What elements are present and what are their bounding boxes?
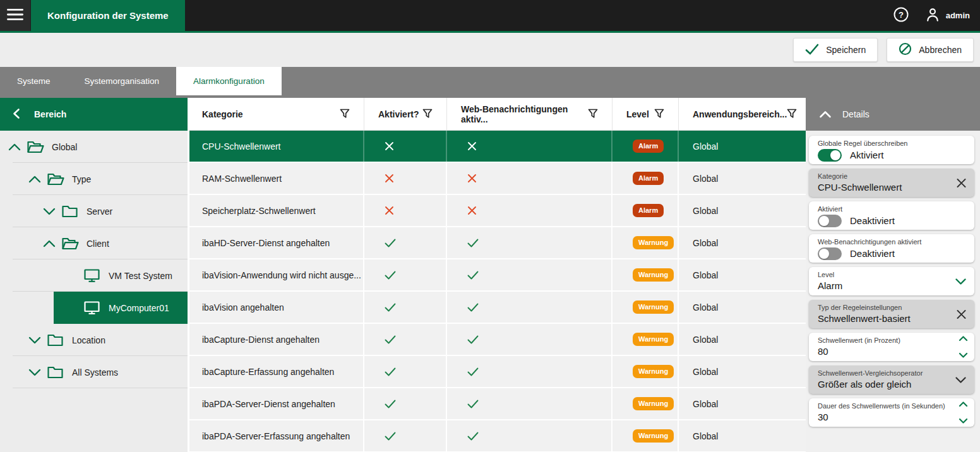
cross-icon bbox=[467, 206, 477, 215]
tab-bar: SystemeSystemorganisationAlarmkonfigurat… bbox=[0, 67, 980, 98]
cell-kategorie: RAM-Schwellenwert bbox=[189, 163, 364, 194]
menu-button[interactable] bbox=[0, 0, 30, 31]
toggle-off[interactable] bbox=[818, 215, 842, 227]
chevron-down-icon[interactable] bbox=[959, 418, 968, 424]
table-row[interactable]: ibaVision-Anwendung wird nicht ausge...W… bbox=[189, 259, 806, 290]
cell-kategorie: Speicherplatz-Schwellenwert bbox=[189, 195, 364, 226]
bereich-value: Global bbox=[693, 302, 718, 312]
status-badge: Warnung bbox=[633, 397, 674, 410]
column-label: Anwendungsbereich... bbox=[693, 109, 787, 119]
toggle-on[interactable] bbox=[818, 149, 842, 162]
card-label: Kategorie bbox=[818, 172, 953, 181]
cell-web-benachrichtigungen bbox=[447, 259, 612, 290]
user-menu[interactable]: admin bbox=[924, 6, 970, 25]
cell-level: Alarm bbox=[612, 163, 679, 194]
chevron-up-icon[interactable] bbox=[819, 110, 832, 119]
cell-aktiviert bbox=[364, 163, 447, 194]
card-aktiviert: AktiviertDeaktiviert bbox=[809, 201, 974, 230]
tree-item-all-systems[interactable]: All Systems bbox=[0, 356, 188, 388]
table-row[interactable]: Speicherplatz-SchwellenwertAlarmGlobal bbox=[189, 195, 806, 226]
table-row[interactable]: RAM-SchwellenwertAlarmGlobal bbox=[189, 163, 806, 194]
filter-icon[interactable] bbox=[787, 109, 797, 119]
filter-icon[interactable] bbox=[340, 109, 350, 119]
chevron-up-icon[interactable] bbox=[959, 335, 968, 342]
tree-item-mycomputer01[interactable]: MyComputer01 bbox=[0, 292, 188, 324]
cell-aktiviert bbox=[364, 292, 447, 323]
cell-level: Warnung bbox=[612, 356, 679, 387]
chevron-up-icon[interactable] bbox=[8, 143, 27, 152]
tree-item-type[interactable]: Type bbox=[0, 163, 188, 195]
chevron-up-icon[interactable] bbox=[28, 175, 47, 184]
tab-alarmkonfiguration[interactable]: Alarmkonfiguration bbox=[176, 67, 282, 95]
user-icon bbox=[924, 6, 941, 25]
kategorie-value: ibaCapture-Dienst angehalten bbox=[202, 335, 320, 345]
kategorie-value: ibaCapture-Erfassung angehalten bbox=[202, 367, 334, 377]
cell-aktiviert bbox=[364, 131, 447, 162]
chevron-down-icon[interactable] bbox=[42, 207, 61, 216]
tab-systeme[interactable]: Systeme bbox=[0, 67, 68, 95]
table-row[interactable]: ibaCapture-Dienst angehaltenWarnungGloba… bbox=[189, 324, 806, 355]
card-level[interactable]: LevelAlarm bbox=[809, 267, 974, 295]
chevron-up-icon[interactable] bbox=[959, 401, 968, 407]
table-row[interactable]: ibaCapture-Erfassung angehaltenWarnungGl… bbox=[189, 356, 806, 387]
hamburger-icon bbox=[7, 8, 23, 23]
save-button[interactable]: Speichern bbox=[793, 38, 878, 62]
chevron-down-icon[interactable] bbox=[955, 278, 967, 285]
close-icon[interactable] bbox=[956, 309, 967, 319]
filter-icon[interactable] bbox=[654, 109, 664, 119]
cell-web-benachrichtigungen bbox=[447, 163, 612, 194]
filter-icon[interactable] bbox=[588, 109, 598, 119]
status-badge: Warnung bbox=[633, 333, 674, 346]
kategorie-value: RAM-Schwellenwert bbox=[202, 174, 282, 184]
cell-anwendungsbereich: Global bbox=[679, 356, 806, 387]
table-row[interactable]: ibaHD-Server-Dienst angehaltenWarnungGlo… bbox=[189, 227, 806, 258]
table-row[interactable]: ibaVision angehaltenWarnungGlobal bbox=[189, 292, 806, 323]
table-row[interactable]: ibaPDA-Server-Dienst angehaltenWarnungGl… bbox=[189, 388, 806, 419]
toggle-off[interactable] bbox=[818, 247, 842, 260]
chevron-down-icon[interactable] bbox=[955, 376, 967, 384]
cancel-button[interactable]: Abbrechen bbox=[887, 38, 974, 62]
chevron-left-icon[interactable] bbox=[11, 108, 23, 121]
tree-item-global[interactable]: Global bbox=[0, 131, 188, 163]
sidebar-title: Bereich bbox=[34, 109, 66, 119]
cell-anwendungsbereich: Global bbox=[679, 131, 806, 162]
tree-item-client[interactable]: Client bbox=[0, 227, 188, 259]
check-icon bbox=[385, 400, 396, 408]
bereich-value: Global bbox=[693, 431, 718, 441]
chevron-down-icon[interactable] bbox=[28, 368, 47, 377]
table-row[interactable]: CPU-SchwellenwertAlarmGlobal bbox=[189, 131, 806, 162]
check-icon bbox=[467, 400, 479, 408]
tree-item-label: Server bbox=[87, 206, 112, 217]
card-label: Schwellenwert (in Prozent) bbox=[818, 336, 953, 345]
tree-item-vm-test-system[interactable]: VM Test System bbox=[0, 259, 188, 292]
cell-web-benachrichtigungen bbox=[447, 227, 612, 258]
app-title-tab[interactable]: Konfiguration der Systeme bbox=[31, 0, 185, 31]
folder-open-icon bbox=[47, 172, 72, 186]
check-icon bbox=[385, 367, 396, 376]
kategorie-value: Speicherplatz-Schwellenwert bbox=[202, 206, 316, 216]
folder-open-icon bbox=[27, 140, 52, 154]
card-globale-regel-berschreiben: Globale Regel überschreibenAktiviert bbox=[809, 136, 974, 164]
kategorie-value: ibaVision angehalten bbox=[202, 302, 284, 312]
table-row[interactable]: ibaPDA-Server-Erfassung angehaltenWarnun… bbox=[189, 420, 806, 451]
close-icon[interactable] bbox=[956, 177, 967, 188]
cell-kategorie: ibaPDA-Server-Dienst angehalten bbox=[189, 388, 364, 419]
filter-icon[interactable] bbox=[422, 109, 433, 119]
cell-web-benachrichtigungen bbox=[447, 195, 612, 226]
chevron-up-icon[interactable] bbox=[42, 239, 61, 248]
chevron-down-icon[interactable] bbox=[28, 336, 47, 345]
cell-anwendungsbereich: Global bbox=[679, 292, 806, 323]
tab-systemorganisation[interactable]: Systemorganisation bbox=[68, 67, 177, 95]
help-icon: ? bbox=[893, 6, 909, 25]
help-button[interactable]: ? bbox=[893, 6, 909, 25]
cell-kategorie: CPU-Schwellenwert bbox=[189, 131, 364, 162]
tree-item-label: Client bbox=[87, 239, 109, 249]
details-title: Details bbox=[842, 109, 869, 119]
content: Bereich GlobalTypeServerClientVM Test Sy… bbox=[0, 98, 980, 452]
chevron-down-icon[interactable] bbox=[959, 352, 968, 359]
card-label: Globale Regel überschreiben bbox=[818, 140, 953, 148]
tree-item-server[interactable]: Server bbox=[0, 195, 188, 227]
details-header: Details bbox=[806, 98, 980, 131]
tree-item-location[interactable]: Location bbox=[0, 324, 188, 356]
card-schwellenwert-vergleichsoperator[interactable]: Schwellenwert-VergleichsoperatorGrößer a… bbox=[809, 366, 974, 394]
